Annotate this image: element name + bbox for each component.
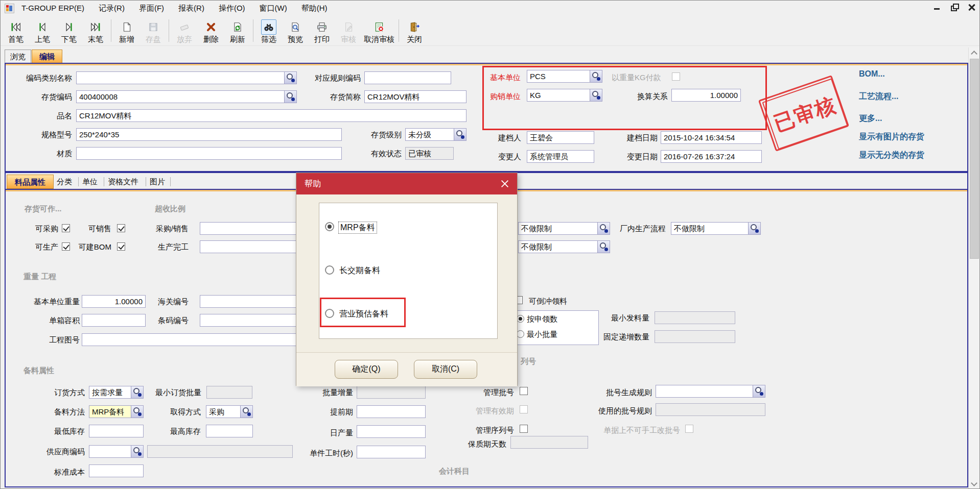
more-link[interactable]: 更多... — [859, 113, 882, 124]
mrp-prep-label[interactable]: MRP备料 — [338, 222, 377, 234]
factory-flow-field[interactable]: 不做限制 — [671, 222, 761, 235]
prev-record-button[interactable]: 上笔 — [29, 18, 56, 43]
show-with-image-link[interactable]: 显示有图片的存货 — [859, 132, 924, 142]
restriction-2-field[interactable]: 不做限制 — [518, 240, 610, 253]
menu-interface[interactable]: 界面(F) — [132, 1, 171, 16]
spec-field[interactable]: 250*240*35 — [76, 128, 342, 141]
max-stock-field[interactable] — [206, 425, 253, 437]
obtain-method-field[interactable]: 采购 — [206, 405, 253, 418]
bom-link[interactable]: BOM... — [859, 69, 885, 79]
rule-code-field[interactable] — [364, 71, 451, 84]
restore-icon[interactable] — [950, 3, 959, 12]
minimize-icon[interactable] — [932, 3, 942, 12]
menu-window[interactable]: 窗口(W) — [252, 1, 294, 16]
cancel-button[interactable]: 取消(C) — [414, 360, 477, 379]
lead-time-field[interactable] — [357, 405, 426, 418]
unit-time-field[interactable] — [357, 446, 426, 458]
lookup-icon[interactable] — [597, 241, 610, 253]
lookup-icon[interactable] — [597, 223, 610, 234]
can-sell-checkbox[interactable] — [117, 224, 125, 232]
first-record-button[interactable]: 首笔 — [3, 18, 29, 43]
lookup-icon[interactable] — [590, 89, 602, 101]
lookup-icon[interactable] — [131, 406, 143, 418]
drawing-no-field[interactable] — [82, 333, 328, 346]
base-unit-weight-field[interactable]: 1.00000 — [82, 295, 146, 308]
lookup-icon[interactable] — [590, 70, 602, 82]
show-unclassified-link[interactable]: 显示无分类的存货 — [859, 150, 924, 161]
process-flow-link[interactable]: 工艺流程... — [859, 91, 898, 102]
long-leadtime-label[interactable]: 长交期备料 — [339, 265, 380, 276]
filter-button[interactable]: 筛选 — [255, 18, 282, 43]
refresh-button[interactable]: 刷新 — [224, 18, 251, 43]
order-method-field[interactable]: 按需求量 — [89, 386, 144, 399]
by-request-radio[interactable] — [517, 315, 524, 323]
inv-abbr-field[interactable]: CR12MOV精料 — [364, 90, 466, 103]
scroll-down-button[interactable] — [969, 478, 980, 489]
scrollbar-thumb[interactable] — [970, 59, 979, 259]
lookup-icon[interactable] — [753, 385, 765, 397]
prep-method-field[interactable]: MRP备料 — [89, 405, 144, 418]
dialog-title-bar[interactable]: 帮助 — [296, 173, 517, 194]
scroll-up-button[interactable] — [969, 47, 980, 59]
dialog-close-icon[interactable] — [500, 179, 510, 189]
close-window-icon[interactable] — [967, 3, 976, 12]
item-name-field[interactable]: CR12MOV精料 — [76, 109, 466, 122]
lookup-icon[interactable] — [131, 446, 143, 457]
tab-separator — [104, 177, 104, 186]
lookup-icon[interactable] — [454, 129, 466, 140]
max-stock-label: 最高库存 — [165, 425, 201, 437]
min-batch-radio[interactable] — [517, 330, 524, 338]
add-button[interactable]: 新增 — [113, 18, 140, 43]
trade-unit-field[interactable]: KG — [527, 89, 602, 102]
inv-code-field[interactable]: 400400008 — [76, 90, 297, 103]
batch-rule-field[interactable] — [656, 385, 765, 398]
lookup-icon[interactable] — [240, 406, 252, 418]
box-volume-field[interactable] — [82, 314, 146, 327]
rule-code-label: 对应规则编码 — [287, 71, 361, 84]
sales-forecast-label[interactable]: 营业预估备料 — [339, 308, 388, 320]
inv-level-label: 存货级别 — [353, 128, 402, 141]
close-button[interactable]: 关闭 — [401, 18, 428, 43]
tab-qualification-files[interactable]: 资格文件 — [108, 175, 138, 189]
inv-level-field[interactable]: 未分级 — [405, 128, 466, 141]
next-record-button[interactable]: 下笔 — [56, 18, 82, 43]
std-cost-field[interactable] — [89, 464, 144, 477]
sales-forecast-radio[interactable] — [325, 309, 334, 318]
tab-classification[interactable]: 分类 — [57, 175, 72, 189]
create-date-label: 建档日期 — [613, 131, 658, 144]
can-buy-checkbox[interactable] — [62, 224, 70, 232]
min-stock-field[interactable] — [89, 425, 144, 437]
material-field[interactable] — [76, 147, 342, 160]
mrp-prep-radio[interactable] — [325, 222, 334, 231]
conv-ratio-field[interactable]: 1.00000 — [671, 89, 741, 102]
menu-help[interactable]: 帮助(H) — [294, 1, 335, 16]
manage-serial-checkbox[interactable] — [520, 425, 528, 433]
tab-unit[interactable]: 单位 — [82, 175, 98, 189]
ok-button[interactable]: 确定(Q) — [335, 360, 398, 379]
tab-item-attributes[interactable]: 料品属性 — [7, 175, 54, 189]
long-leadtime-radio[interactable] — [325, 265, 334, 275]
menu-record[interactable]: 记录(R) — [91, 1, 132, 16]
menu-app-title[interactable]: T-GROUP ERP(E) — [14, 1, 91, 16]
can-produce-checkbox[interactable] — [62, 242, 70, 251]
lookup-icon[interactable] — [131, 386, 143, 398]
preview-button[interactable]: 预览 — [282, 18, 309, 43]
manage-batch-checkbox[interactable] — [520, 387, 528, 395]
supplier-code-field[interactable] — [89, 445, 144, 458]
tab-edit[interactable]: 编辑 — [32, 50, 62, 63]
print-button[interactable]: 打印 — [309, 18, 335, 43]
can-bom-checkbox[interactable] — [117, 242, 125, 251]
tab-image[interactable]: 图片 — [150, 175, 165, 189]
lookup-icon[interactable] — [748, 223, 760, 234]
vertical-scrollbar[interactable] — [968, 47, 979, 489]
tab-browse[interactable]: 浏览 — [5, 50, 31, 63]
cancel-audit-button[interactable]: 取消审核 — [362, 18, 396, 43]
daily-output-field[interactable] — [357, 425, 426, 438]
code-category-field[interactable] — [76, 71, 297, 84]
delete-button[interactable]: 删除 — [198, 18, 224, 43]
menu-operate[interactable]: 操作(O) — [212, 1, 252, 16]
menu-report[interactable]: 报表(R) — [171, 1, 212, 16]
last-record-button[interactable]: 末笔 — [82, 18, 109, 43]
restriction-1-field[interactable]: 不做限制 — [518, 222, 610, 235]
base-unit-field[interactable]: PCS — [527, 70, 602, 83]
